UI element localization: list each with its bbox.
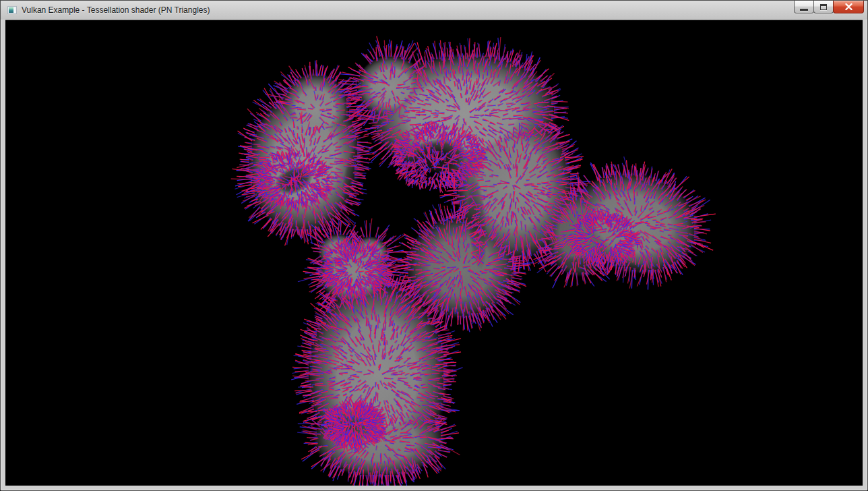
window-titlebar[interactable]: Vulkan Example - Tessellation shader (PN… [1, 1, 867, 20]
minimize-button[interactable] [794, 1, 814, 13]
render-viewport[interactable] [5, 20, 863, 486]
close-icon [845, 3, 852, 10]
render-client-area [5, 20, 863, 486]
window-title: Vulkan Example - Tessellation shader (PN… [22, 5, 210, 15]
close-button[interactable] [833, 1, 864, 13]
window-controls [795, 1, 864, 13]
app-window[interactable]: Vulkan Example - Tessellation shader (PN… [0, 0, 868, 491]
minimize-icon [800, 9, 808, 11]
app-icon[interactable] [7, 5, 18, 16]
app-icon-image [7, 5, 18, 16]
maximize-icon [820, 4, 827, 10]
maximize-button[interactable] [813, 1, 834, 13]
